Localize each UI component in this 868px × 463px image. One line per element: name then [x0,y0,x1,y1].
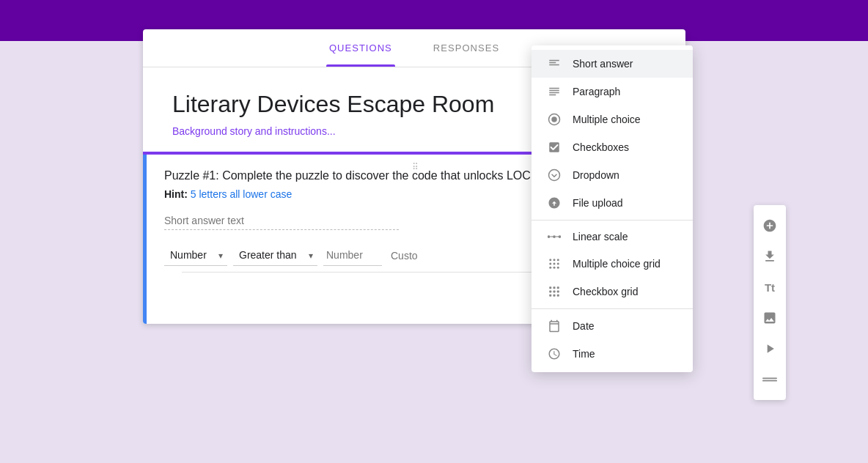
right-toolbar: Tt [754,205,786,400]
svg-rect-21 [549,291,551,293]
date-icon [546,319,562,333]
validation-value-input[interactable] [323,245,382,266]
dropdown-item-checkbox-grid[interactable]: Checkbox grid [532,278,693,305]
dropdown-icon [546,168,562,182]
svg-rect-24 [549,295,551,297]
validation-condition-wrapper: Greater than [233,245,317,266]
svg-rect-26 [557,295,559,297]
radio-icon [546,113,562,126]
svg-rect-18 [549,286,551,289]
dropdown-item-date[interactable]: Date [532,312,693,340]
add-question-button[interactable] [755,211,784,240]
svg-rect-14 [557,263,559,265]
dropdown-item-linear-scale[interactable]: Linear scale [532,223,693,250]
svg-rect-27 [762,378,777,379]
title-description-button[interactable]: Tt [755,273,784,302]
validation-custom-input[interactable] [388,245,432,266]
short-answer-icon [546,57,562,70]
upload-icon [546,196,562,210]
svg-rect-11 [557,259,559,261]
add-video-button[interactable] [755,334,784,363]
svg-rect-23 [557,291,559,293]
short-answer-input[interactable] [164,212,399,230]
dropdown-item-multiple-choice-grid[interactable]: Multiple choice grid [532,250,693,278]
svg-rect-22 [553,291,556,293]
dropdown-item-time[interactable]: Time [532,340,693,368]
svg-rect-20 [557,286,559,289]
dropdown-item-short-answer[interactable]: Short answer [532,50,693,78]
linear-scale-icon [546,232,562,241]
validation-condition-select[interactable]: Greater than [233,245,317,266]
divider-1 [532,220,693,221]
dropdown-item-checkboxes[interactable]: Checkboxes [532,133,693,161]
add-image-button[interactable] [755,303,784,333]
grid-check-icon [546,285,562,298]
svg-point-6 [553,235,556,238]
tab-questions[interactable]: QUESTIONS [326,29,395,67]
svg-rect-19 [553,286,556,289]
svg-point-4 [548,235,550,238]
validation-type-select[interactable]: Number [164,245,227,266]
svg-rect-16 [553,267,556,269]
svg-rect-17 [557,267,559,269]
svg-rect-25 [553,295,556,297]
divider-2 [532,308,693,309]
import-button[interactable] [755,242,784,271]
svg-rect-12 [549,263,551,265]
svg-rect-10 [553,259,556,261]
svg-point-1 [551,116,557,122]
svg-point-8 [559,235,561,238]
time-icon [546,347,562,360]
validation-type-wrapper: Number [164,245,227,266]
svg-rect-28 [762,380,777,382]
grid-radio-icon [546,257,562,270]
paragraph-icon [546,85,562,98]
dropdown-item-multiple-choice[interactable]: Multiple choice [532,105,693,133]
add-section-button[interactable] [755,365,784,394]
dropdown-item-dropdown[interactable]: Dropdown [532,161,693,189]
svg-rect-15 [549,267,551,269]
dropdown-item-file-upload[interactable]: File upload [532,189,693,217]
svg-rect-13 [553,263,556,265]
dropdown-item-paragraph[interactable]: Paragraph [532,78,693,105]
svg-point-3 [549,170,560,181]
svg-rect-9 [549,259,551,261]
checkbox-icon [546,141,562,154]
tab-responses[interactable]: RESPONSES [430,29,502,67]
answer-type-dropdown: Short answer Paragraph Multiple choice C… [532,45,693,372]
drag-handle: ⠿ [412,162,420,172]
